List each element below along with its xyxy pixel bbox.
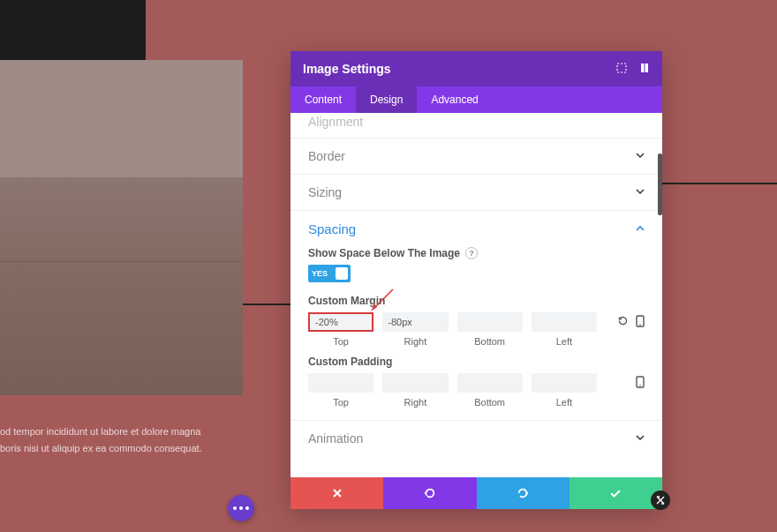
side-label-bottom: Bottom: [474, 397, 505, 408]
svg-rect-2: [645, 64, 649, 72]
divider-line-left: [243, 303, 291, 305]
accordion-label: Alignment: [308, 115, 363, 129]
chevron-down-icon: [636, 187, 645, 198]
padding-inputs-row: Top Right Bottom Left: [308, 373, 645, 408]
margin-inputs-row: Top Right Bottom Left: [308, 312, 645, 347]
header-icons: [616, 63, 650, 76]
responsive-icon[interactable]: [636, 315, 645, 330]
undo-button[interactable]: [383, 477, 476, 509]
custom-margin-label: Custom Margin: [308, 295, 645, 307]
toggle-knob: [336, 267, 348, 280]
accordion-spacing: Spacing Show Space Below The Image ? YES…: [290, 211, 662, 421]
save-button[interactable]: [570, 477, 662, 509]
side-label-top: Top: [333, 336, 349, 347]
side-label-left: Left: [556, 397, 572, 408]
side-label-right: Right: [404, 336, 427, 347]
accordion-spacing-header[interactable]: Spacing: [308, 221, 645, 236]
modal-header: Image Settings: [290, 51, 662, 86]
tab-advanced[interactable]: Advanced: [417, 86, 492, 113]
padding-top-input[interactable]: [308, 373, 373, 393]
scrollbar[interactable]: [658, 154, 662, 215]
accordion-sizing[interactable]: Sizing: [290, 175, 662, 211]
modal-body: Alignment Border Sizing Spacing Sho: [290, 113, 662, 477]
svg-rect-0: [617, 64, 626, 72]
modal-title: Image Settings: [303, 62, 391, 76]
cancel-button[interactable]: [290, 477, 383, 509]
padding-left-input[interactable]: [532, 373, 597, 393]
placeholder-image: [0, 60, 243, 395]
side-label-left: Left: [556, 336, 572, 347]
accordion-label: Border: [308, 149, 345, 163]
side-label-top: Top: [333, 397, 349, 408]
image-settings-modal: Image Settings Content Design Advanced A…: [290, 51, 662, 509]
divider-line-right: [662, 183, 777, 184]
accordion-label: Sizing: [308, 185, 342, 199]
expand-icon[interactable]: [616, 63, 627, 76]
tab-design[interactable]: Design: [356, 86, 417, 113]
chevron-up-icon: [636, 224, 645, 235]
redo-button[interactable]: [477, 477, 570, 509]
modal-tabs: Content Design Advanced: [290, 86, 662, 113]
margin-bottom-input[interactable]: [457, 312, 523, 332]
builder-image-module[interactable]: [0, 60, 243, 395]
accordion-animation[interactable]: Animation: [290, 421, 662, 456]
more-actions-fab[interactable]: [228, 495, 254, 521]
padding-right-input[interactable]: [382, 373, 448, 393]
accordion-label: Spacing: [308, 221, 356, 236]
responsive-icon[interactable]: [636, 376, 645, 391]
resize-handle[interactable]: [651, 491, 670, 510]
chevron-down-icon: [636, 151, 645, 161]
side-label-bottom: Bottom: [474, 336, 505, 347]
toggle-yes-label: YES: [312, 269, 328, 278]
accordion-alignment[interactable]: Alignment: [290, 113, 662, 139]
custom-padding-label: Custom Padding: [308, 356, 645, 368]
chevron-down-icon: [636, 433, 645, 444]
show-space-label: Show Space Below The Image ?: [308, 247, 645, 259]
padding-bottom-input[interactable]: [457, 373, 523, 393]
tab-content[interactable]: Content: [290, 86, 356, 113]
side-label-right: Right: [404, 397, 427, 408]
modal-footer: [290, 477, 662, 509]
show-space-toggle[interactable]: YES: [308, 265, 351, 282]
svg-point-6: [639, 385, 641, 386]
snap-icon[interactable]: [639, 63, 650, 76]
svg-rect-1: [641, 64, 645, 72]
margin-left-input[interactable]: [532, 312, 597, 332]
svg-point-4: [639, 324, 641, 326]
margin-top-input[interactable]: [308, 312, 373, 332]
accordion-border[interactable]: Border: [290, 139, 662, 175]
accordion-label: Animation: [308, 431, 363, 446]
reset-icon[interactable]: [617, 315, 629, 329]
help-icon[interactable]: ?: [465, 247, 478, 259]
margin-right-input[interactable]: [382, 312, 448, 332]
